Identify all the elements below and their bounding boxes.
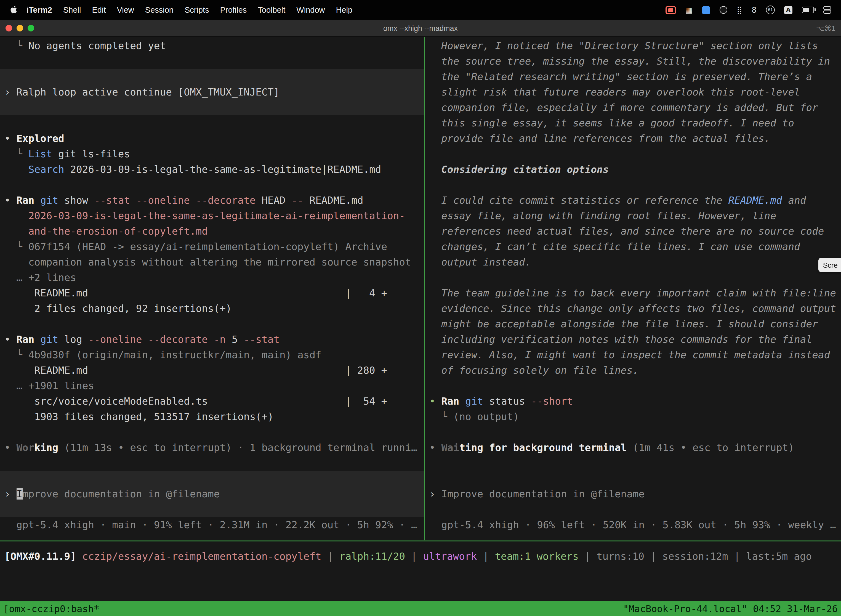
terminal-row: Search 2026-03-09-is-legal-the-same-as-l… (0, 162, 424, 177)
menu-iterm2[interactable]: iTerm2 (21, 6, 58, 14)
terminal-row: 2 files changed, 92 insertions(+) (0, 301, 424, 316)
terminal-row: references need actual files, and since … (425, 224, 841, 239)
terminal-row (425, 455, 841, 471)
tmux-session-window[interactable]: [omx-cczip0:bash* (3, 603, 99, 614)
terminal-row (0, 424, 424, 440)
menu-help[interactable]: Help (331, 6, 358, 14)
terminal-row (0, 316, 424, 332)
apple-menu-icon[interactable] (6, 6, 20, 14)
terminal-row: └ 4b9d30f (origin/main, instructkr/main,… (0, 347, 424, 363)
terminal-row: • Working (11m 13s • esc to interrupt) ·… (0, 440, 424, 455)
screen-overlay-tooltip[interactable]: Scre (819, 258, 841, 272)
terminal-row: the source tree, missing the essay. Stil… (425, 54, 841, 69)
terminal-row: 1903 files changed, 513517 insertions(+) (0, 409, 424, 424)
terminal-row (0, 177, 424, 193)
menu-profiles[interactable]: Profiles (215, 6, 252, 14)
terminal-row: gpt-5.4 xhigh · 96% left · 520K in · 5.8… (425, 517, 841, 532)
terminal-row (425, 146, 841, 162)
terminal-row: output instead. (425, 254, 841, 270)
ralph-inject-row: › Ralph loop active continue [OMX_TMUX_I… (0, 84, 424, 100)
terminal-row (0, 115, 424, 131)
terminal-row: The team guideline is to back every impo… (425, 285, 841, 301)
terminal-row (0, 54, 424, 69)
terminal-row (425, 424, 841, 440)
menu-edit[interactable]: Edit (86, 6, 111, 14)
terminal-row: might be acceptable alongside the file l… (425, 316, 841, 332)
terminal-row: slight risk that future readers may over… (425, 84, 841, 100)
terminal-row: └ 067f154 (HEAD -> essay/ai-reimplementa… (0, 239, 424, 254)
terminal-row: However, I noticed the "Directory Struct… (425, 38, 841, 54)
terminal-row: provide file and line references from th… (425, 131, 841, 146)
terminal-row: companion analysis without altering the … (0, 254, 424, 270)
terminal-row: review. Also, I might want to inspect th… (425, 347, 841, 363)
terminal-row (425, 177, 841, 193)
control-center-icon[interactable] (823, 6, 831, 14)
terminal-row: and-the-erosion-of-copyleft.md (0, 224, 424, 239)
battery-icon[interactable] (802, 7, 814, 13)
bento-grid-icon[interactable]: ▦ (685, 0, 692, 20)
tmux-window-shortcut: ⌥⌘1 (816, 24, 841, 32)
terminal-row: evidence. Since this change only affects… (425, 301, 841, 316)
tmux-host-clock: "MacBook-Pro-44.local" 04:52 31-Mar-26 (623, 603, 838, 614)
prompt-input-left[interactable]: › Improve documentation in @filename (0, 486, 424, 502)
screen-recording-icon[interactable] (665, 6, 676, 14)
right-pane[interactable]: However, I noticed the "Directory Struct… (425, 37, 841, 540)
menu-toolbelt[interactable]: Toolbelt (252, 6, 291, 14)
terminal-row (0, 69, 424, 84)
close-button[interactable] (6, 25, 12, 31)
terminal-row: the "Related research writing" section i… (425, 69, 841, 84)
menu-view[interactable]: View (111, 6, 139, 14)
omx-status-line: [OMX#0.11.9] cczip/essay/ai-reimplementa… (0, 549, 841, 564)
menu-scripts[interactable]: Scripts (179, 6, 215, 14)
traffic-lights (0, 25, 34, 31)
terminal-row: └ No agents completed yet (0, 38, 424, 54)
menu-session[interactable]: Session (140, 6, 179, 14)
minimize-button[interactable] (16, 25, 23, 31)
terminal-row: I could cite commit statistics or refere… (425, 193, 841, 208)
terminal-row: including verification notes with those … (425, 332, 841, 347)
terminal-row: • Ran git show --stat --oneline --decora… (0, 193, 424, 208)
blue-app-icon[interactable] (702, 6, 710, 14)
menu-shell[interactable]: Shell (58, 6, 86, 14)
tmux-status-bar: [omx-cczip0:bash* "MacBook-Pro-44.local"… (0, 601, 841, 616)
terminal-row: changes, I can’t cite specific file line… (425, 239, 841, 254)
terminal-row: • Ran git status --short (425, 393, 841, 409)
horizontal-separator (0, 540, 841, 541)
left-pane[interactable]: └ No agents completed yet› Ralph loop ac… (0, 37, 424, 540)
prompt-input-right[interactable]: › Improve documentation in @filename (425, 486, 841, 502)
terminal-row (425, 471, 841, 486)
dark-app-icon[interactable] (719, 6, 727, 14)
terminal-row: README.md | 4 + (0, 285, 424, 301)
terminal-row (0, 455, 424, 471)
terminal-row: … +2 lines (0, 270, 424, 285)
menu-status-icons: ▦⣿861A (665, 0, 835, 20)
terminal-row: of focusing solely on file lines. (425, 363, 841, 378)
gauge-61-icon[interactable]: 61 (766, 6, 775, 14)
menu-bar: iTerm2ShellEditViewSessionScriptsProfile… (0, 0, 841, 20)
terminal-row (0, 471, 424, 486)
input-source-icon[interactable]: A (784, 6, 793, 14)
tmux-panes: └ No agents completed yet› Ralph loop ac… (0, 37, 841, 540)
dots-grid-icon[interactable]: ⣿ (737, 0, 743, 20)
terminal-row: src/voice/voiceModeEnabled.ts | 54 + (0, 393, 424, 409)
terminal-row: • Waiting for background terminal (1m 41… (425, 440, 841, 455)
terminal-row: gpt-5.4 xhigh · main · 91% left · 2.31M … (0, 517, 424, 532)
terminal-row: Considering citation options (425, 162, 841, 177)
terminal-row: 2026-03-09-is-legal-the-same-as-legitima… (0, 208, 424, 224)
terminal-row (425, 502, 841, 517)
terminal-row: README.md | 280 + (0, 363, 424, 378)
terminal-row (425, 378, 841, 393)
zoom-button[interactable] (28, 25, 34, 31)
terminal-row: └ List git ls-files (0, 146, 424, 162)
menu-window[interactable]: Window (291, 6, 330, 14)
terminal-row: essay file, along with finding root file… (425, 208, 841, 224)
terminal-row: └ (no output) (425, 409, 841, 424)
terminal-row (0, 502, 424, 517)
window-title: omx --xhigh --madmax (0, 24, 841, 32)
terminal[interactable]: └ No agents completed yet› Ralph loop ac… (0, 37, 841, 616)
keycast-icon[interactable]: 8 (752, 0, 757, 20)
terminal-row: • Ran git log --oneline --decorate -n 5 … (0, 332, 424, 347)
menu-items: iTerm2ShellEditViewSessionScriptsProfile… (21, 6, 358, 14)
title-bar[interactable]: omx --xhigh --madmax ⌥⌘1 (0, 20, 841, 37)
terminal-row: companion file, especially if more comme… (425, 100, 841, 115)
